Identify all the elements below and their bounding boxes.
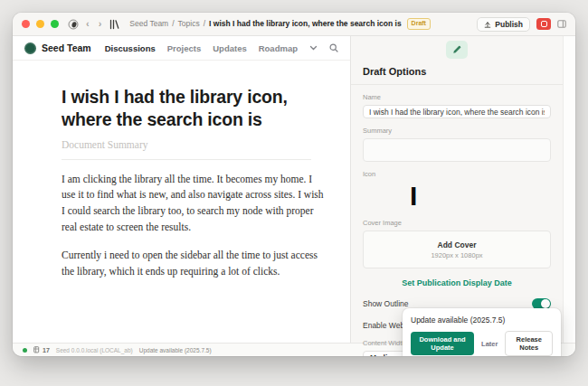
breadcrumb: Seed Team / Topics / I wish I had the li… — [129, 18, 431, 29]
tab-updates[interactable]: Updates — [213, 43, 246, 53]
summary-divider — [62, 159, 311, 160]
document-summary-placeholder[interactable]: Document Summary — [62, 139, 325, 150]
record-button[interactable] — [536, 18, 551, 30]
set-publication-date-link[interactable]: Set Publication Display Date — [363, 278, 551, 287]
tab-discussions[interactable]: Discussions — [105, 43, 156, 53]
document-paragraph[interactable]: Currently i need to open the sidebar all… — [62, 248, 325, 280]
minimize-window-button[interactable] — [36, 20, 44, 28]
download-update-button[interactable]: Download and Update — [411, 332, 474, 355]
scrollbar-gutter[interactable] — [563, 36, 575, 343]
content-width-value: Medium — [370, 353, 399, 356]
chevron-down-icon — [309, 45, 318, 51]
traffic-lights — [22, 20, 59, 28]
show-outline-label: Show Outline — [363, 299, 409, 308]
update-notification: Update available (2025.7.5) Download and… — [403, 308, 561, 356]
document-paragraph[interactable]: I am clicking the library all the time. … — [62, 172, 325, 237]
search-button[interactable] — [329, 43, 338, 52]
sidebar-toggle-button[interactable] — [557, 20, 566, 28]
add-cover-dropzone[interactable]: Add Cover 1920px x 1080px — [363, 231, 551, 268]
team-name: Seed Team — [42, 42, 91, 53]
sidebar-toggle-icon — [557, 20, 566, 28]
pencil-icon — [452, 45, 461, 54]
forward-button[interactable]: › — [97, 19, 104, 29]
site-header: Seed Team Discussions Projects Updates R… — [13, 36, 350, 61]
breadcrumb-separator: / — [204, 19, 205, 28]
statusbar-update-text[interactable]: Update available (2025.7.5) — [139, 347, 212, 353]
more-tabs-button[interactable] — [309, 45, 318, 51]
panel-title: Draft Options — [363, 66, 551, 77]
publish-icon — [484, 21, 491, 28]
breadcrumb-separator: / — [172, 19, 174, 28]
summary-input[interactable] — [363, 138, 551, 162]
main-panel: Seed Team Discussions Projects Updates R… — [13, 36, 350, 343]
document-icon-preview[interactable]: I — [410, 182, 551, 211]
close-window-button[interactable] — [22, 20, 30, 28]
draft-options-panel: Draft Options Name Summary Icon I Cover … — [350, 36, 563, 343]
zoom-window-button[interactable] — [51, 20, 59, 28]
team-switcher[interactable]: Seed Team — [24, 42, 91, 54]
icon-field-label: Icon — [363, 170, 551, 178]
library-icon[interactable] — [109, 19, 120, 30]
cover-image-label: Cover Image — [363, 219, 551, 227]
tab-roadmap[interactable]: Roadmap — [259, 43, 298, 53]
record-icon — [541, 21, 547, 27]
content-area: Seed Team Discussions Projects Updates R… — [13, 36, 575, 343]
publish-button-label: Publish — [495, 20, 523, 29]
draft-status-badge: Draft — [407, 18, 431, 29]
tab-projects[interactable]: Projects — [167, 43, 202, 53]
search-icon — [329, 43, 338, 52]
app-window: ‹ › Seed Team / Topics / I wish I had th… — [13, 13, 575, 356]
document-count[interactable]: 17 — [33, 346, 50, 353]
online-status-icon — [23, 348, 27, 353]
pages-icon — [33, 346, 41, 353]
update-message: Update available (2025.7.5) — [411, 315, 553, 325]
add-cover-label: Add Cover — [438, 240, 477, 249]
breadcrumb-page[interactable]: I wish I had the library icon, where the… — [209, 19, 402, 28]
edit-button[interactable] — [446, 41, 468, 59]
summary-field-label: Summary — [363, 127, 551, 135]
team-avatar — [24, 42, 36, 54]
app-version-text: Seed 0.0.0.local (LOCAL_ab) — [56, 347, 133, 353]
breadcrumb-team[interactable]: Seed Team — [129, 19, 168, 28]
titlebar: ‹ › Seed Team / Topics / I wish I had th… — [13, 13, 575, 36]
name-field-label: Name — [363, 93, 551, 101]
release-notes-button[interactable]: Release Notes — [505, 331, 553, 356]
titlebar-actions: Publish — [477, 17, 566, 32]
update-actions: Download and Update Later Release Notes — [411, 331, 553, 356]
panel-title-wrap: Draft Options — [351, 66, 563, 85]
document-editor[interactable]: I wish I had the library icon, where the… — [13, 61, 350, 280]
name-input[interactable] — [363, 105, 551, 118]
document-count-value: 17 — [43, 347, 50, 353]
document-title[interactable]: I wish I had the library icon, where the… — [62, 86, 325, 131]
publish-button[interactable]: Publish — [477, 17, 530, 32]
seed-menu-icon[interactable] — [68, 19, 79, 30]
toggle-knob — [541, 299, 550, 308]
later-button[interactable]: Later — [481, 340, 498, 348]
cover-size-hint: 1920px x 1080px — [431, 251, 482, 259]
back-button[interactable]: ‹ — [84, 19, 91, 29]
breadcrumb-section[interactable]: Topics — [178, 19, 200, 28]
